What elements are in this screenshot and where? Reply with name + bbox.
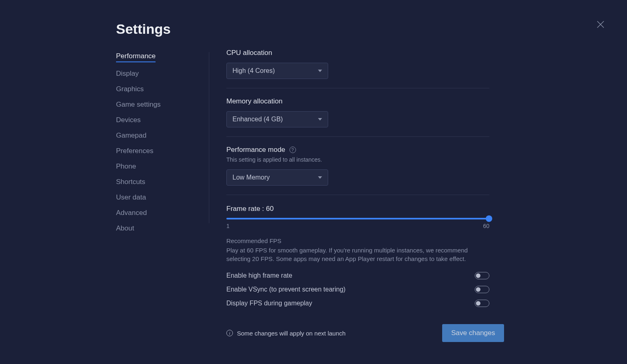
- toggle-knob: [476, 274, 480, 278]
- memory-allocation-label: Memory allocation: [226, 97, 489, 105]
- frame-rate-label: Frame rate : 60: [226, 205, 489, 213]
- section-performance-mode: Performance mode ? This setting is appli…: [226, 136, 489, 195]
- sidebar-item-gamepad[interactable]: Gamepad: [116, 132, 147, 140]
- sidebar-divider: [209, 52, 209, 223]
- performance-mode-label: Performance mode ?: [226, 146, 489, 154]
- frame-rate-slider-thumb[interactable]: [486, 215, 492, 222]
- toggle-knob: [476, 287, 480, 292]
- close-button[interactable]: [596, 20, 605, 29]
- chevron-down-icon: [318, 176, 322, 179]
- frame-rate-range: 1 60: [226, 223, 489, 229]
- recommended-fps-text: Play at 60 FPS for smooth gameplay. If y…: [226, 246, 489, 263]
- sidebar-item-preferences[interactable]: Preferences: [116, 147, 153, 155]
- performance-mode-hint: This setting is applied to all instances…: [226, 156, 489, 163]
- footer: i Some changes will apply on next launch…: [226, 324, 504, 342]
- settings-sidebar: Performance Display Graphics Game settin…: [116, 52, 197, 232]
- toggle-row-vsync: Enable VSync (to prevent screen tearing): [226, 286, 489, 293]
- chevron-down-icon: [318, 118, 322, 121]
- sidebar-item-advanced[interactable]: Advanced: [116, 209, 147, 217]
- sidebar-item-phone[interactable]: Phone: [116, 162, 136, 171]
- memory-allocation-value: Enhanced (4 GB): [232, 116, 283, 123]
- section-memory-allocation: Memory allocation Enhanced (4 GB): [226, 88, 489, 136]
- sidebar-item-user-data[interactable]: User data: [116, 193, 146, 202]
- cpu-allocation-select[interactable]: High (4 Cores): [226, 63, 328, 79]
- sidebar-item-shortcuts[interactable]: Shortcuts: [116, 178, 145, 186]
- high-frame-rate-toggle[interactable]: [475, 272, 489, 279]
- cpu-allocation-value: High (4 Cores): [232, 67, 275, 75]
- settings-content: CPU allocation High (4 Cores) Memory all…: [226, 49, 489, 316]
- frame-rate-slider[interactable]: [226, 218, 489, 219]
- info-icon: i: [226, 330, 233, 336]
- sidebar-item-graphics[interactable]: Graphics: [116, 85, 144, 93]
- sidebar-item-display[interactable]: Display: [116, 70, 139, 78]
- display-fps-toggle[interactable]: [475, 300, 489, 307]
- sidebar-item-devices[interactable]: Devices: [116, 116, 140, 124]
- performance-mode-value: Low Memory: [232, 174, 270, 181]
- toggle-knob: [476, 301, 480, 306]
- save-changes-button[interactable]: Save changes: [442, 324, 504, 342]
- toggle-row-display-fps: Display FPS during gameplay: [226, 300, 489, 307]
- frame-rate-max: 60: [483, 223, 489, 229]
- section-cpu-allocation: CPU allocation High (4 Cores): [226, 49, 489, 88]
- recommended-fps-title: Recommended FPS: [226, 237, 489, 244]
- high-frame-rate-label: Enable high frame rate: [226, 272, 292, 279]
- page-title: Settings: [116, 21, 171, 37]
- close-icon: [596, 20, 605, 29]
- frame-rate-min: 1: [226, 223, 230, 229]
- cpu-allocation-label: CPU allocation: [226, 49, 489, 57]
- memory-allocation-select[interactable]: Enhanced (4 GB): [226, 111, 328, 127]
- vsync-label: Enable VSync (to prevent screen tearing): [226, 286, 346, 293]
- footer-note: i Some changes will apply on next launch: [226, 330, 346, 337]
- toggle-row-high-frame-rate: Enable high frame rate: [226, 272, 489, 279]
- display-fps-label: Display FPS during gameplay: [226, 300, 312, 307]
- help-icon[interactable]: ?: [289, 147, 296, 153]
- footer-note-text: Some changes will apply on next launch: [237, 330, 346, 337]
- chevron-down-icon: [318, 70, 322, 72]
- performance-mode-select[interactable]: Low Memory: [226, 169, 328, 186]
- sidebar-item-game-settings[interactable]: Game settings: [116, 101, 161, 109]
- sidebar-item-about[interactable]: About: [116, 224, 134, 232]
- vsync-toggle[interactable]: [475, 286, 489, 293]
- sidebar-item-performance[interactable]: Performance: [116, 52, 156, 62]
- section-frame-rate: Frame rate : 60 1 60 Recommended FPS Pla…: [226, 195, 489, 316]
